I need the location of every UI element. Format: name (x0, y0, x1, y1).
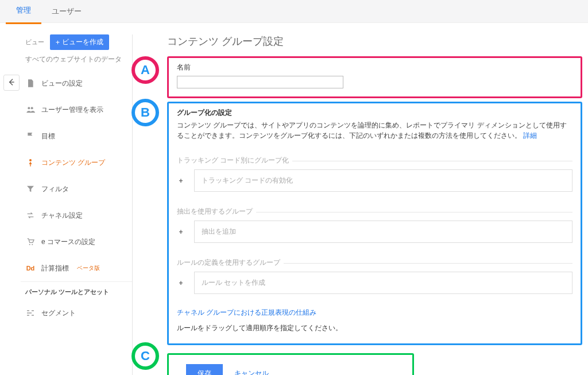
sidebar-item-goals[interactable]: 目標 (21, 123, 132, 149)
sidebar-item-label: コンテンツ グループ (41, 158, 105, 168)
person-icon (25, 157, 36, 168)
swap-icon (25, 210, 36, 221)
badge-b: B (131, 99, 159, 126)
name-label: 名前 (177, 63, 572, 72)
sidebar-item-filters[interactable]: フィルタ (21, 176, 132, 202)
group-heading: グループ化の設定 (177, 108, 572, 118)
tracking-code-box[interactable]: トラッキング コードの有効化 (194, 169, 572, 192)
sidebar-item-label: チャネル設定 (41, 211, 83, 221)
add-extract-button[interactable]: + (177, 228, 185, 236)
back-arrow-icon (7, 78, 16, 88)
method-extract-label: 抽出を使用するグループ (177, 207, 256, 215)
sidebar-item-label: ユーザー管理を表示 (41, 105, 103, 115)
back-button[interactable] (3, 75, 20, 91)
group-description: コンテンツ グループでは、サイトやアプリのコンテンツを論理的に集め、レポートでプ… (177, 120, 572, 141)
flag-icon (25, 131, 36, 141)
save-button[interactable]: 保存 (186, 364, 223, 375)
panel-grouping: グループ化の設定 コンテンツ グループでは、サイトやアプリのコンテンツを論理的に… (167, 102, 582, 345)
panel-name: 名前 (167, 56, 582, 98)
document-icon (25, 78, 36, 88)
sidebar-item-channel[interactable]: チャネル設定 (21, 202, 132, 229)
svg-point-4 (32, 244, 33, 245)
method-tracking-label: トラッキング コード別にグループ化 (177, 156, 292, 164)
badge-a: A (131, 56, 159, 84)
cart-icon (25, 237, 36, 247)
help-link[interactable]: 詳細 (523, 132, 537, 140)
sidebar-item-user-mgmt[interactable]: ユーザー管理を表示 (21, 96, 132, 123)
dd-icon: Dd (25, 263, 36, 273)
sidebar-item-label: ビューの設定 (41, 79, 83, 88)
svg-point-0 (28, 107, 30, 109)
tab-admin[interactable]: 管理 (6, 0, 41, 24)
sidebar-item-calc-metrics[interactable]: Dd 計算指標 ベータ版 (21, 255, 132, 281)
badge-c: C (131, 342, 159, 370)
segment-icon (25, 308, 36, 318)
add-tracking-button[interactable]: + (177, 177, 185, 185)
sidebar-item-label: フィルタ (41, 184, 69, 194)
sidebar-item-segments[interactable]: セグメント (21, 300, 132, 326)
sidebar: ビュー + ビューを作成 すべてのウェブサイトのデータ ビューの設定 ユーザー管… (21, 34, 133, 375)
svg-point-1 (31, 107, 33, 109)
funnel-icon (25, 184, 36, 194)
sidebar-item-view-settings[interactable]: ビューの設定 (21, 70, 132, 96)
extract-box[interactable]: 抽出を追加 (194, 221, 572, 243)
users-icon (25, 105, 36, 115)
svg-point-2 (29, 159, 32, 161)
create-view-button[interactable]: + ビューを作成 (50, 34, 109, 50)
drag-note: ルールをドラッグして適用順序を指定してください。 (177, 323, 572, 333)
regex-info-link[interactable]: チャネル グループにおける正規表現の仕組み (177, 308, 572, 318)
panel-actions: 保存 キャンセル (167, 353, 414, 375)
view-label: ビュー (25, 38, 44, 47)
sidebar-section-title: パーソナル ツールとアセット (21, 281, 132, 300)
plus-icon: + (56, 38, 60, 47)
create-view-label: ビューを作成 (62, 37, 103, 47)
sidebar-item-label: 計算指標 (41, 264, 69, 273)
tab-user[interactable]: ユーザー (41, 0, 92, 24)
method-rule-label: ルールの定義を使用するグループ (177, 258, 284, 266)
sidebar-item-label: e コマースの設定 (41, 237, 95, 247)
rule-box[interactable]: ルール セットを作成 (194, 272, 572, 294)
cancel-button[interactable]: キャンセル (234, 369, 269, 375)
sidebar-item-content-groups[interactable]: コンテンツ グループ (21, 149, 132, 176)
page-title: コンテンツ グループ設定 (167, 34, 582, 48)
beta-badge: ベータ版 (77, 264, 100, 272)
main-content: A B C コンテンツ グループ設定 名前 グループ化の設定 コンテンツ グルー… (133, 34, 588, 375)
sidebar-item-label: セグメント (41, 308, 76, 318)
add-rule-button[interactable]: + (177, 279, 185, 287)
top-tabs: 管理 ユーザー (0, 0, 588, 23)
data-source-label: すべてのウェブサイトのデータ (21, 55, 132, 70)
svg-point-3 (29, 244, 30, 245)
sidebar-item-ecommerce[interactable]: e コマースの設定 (21, 229, 132, 255)
name-input[interactable] (177, 76, 343, 88)
sidebar-item-label: 目標 (41, 132, 55, 141)
